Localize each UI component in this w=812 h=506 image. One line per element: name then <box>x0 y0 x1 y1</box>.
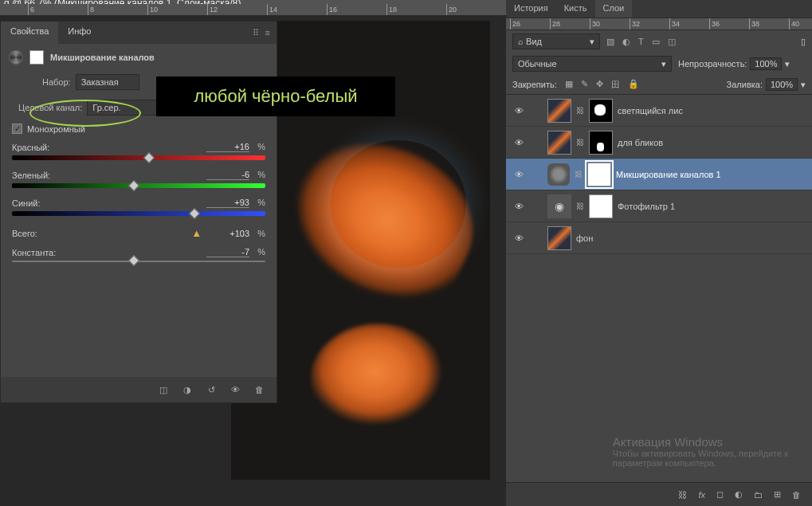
filter-smart-icon[interactable]: ◫ <box>668 37 676 47</box>
layer-style-icon[interactable]: fx <box>698 490 705 500</box>
filter-pixel-icon[interactable]: ▧ <box>606 37 614 47</box>
visibility-icon[interactable]: 👁 <box>511 106 527 116</box>
toggle-visibility-icon[interactable]: 👁 <box>229 383 241 396</box>
layer-mask-thumb[interactable] <box>589 131 613 155</box>
visibility-icon[interactable]: 👁 <box>511 202 527 211</box>
annotation-overlay: любой чёрно-белый <box>156 76 395 116</box>
preset-label: Набор: <box>42 77 71 87</box>
layer-row[interactable]: 👁 ⛓ Микширование каналов 1 <box>506 159 812 190</box>
lock-artboard-icon[interactable]: ⽥ <box>611 79 620 91</box>
layer-name[interactable]: для бликов <box>618 138 663 147</box>
layer-name[interactable]: фон <box>576 233 593 243</box>
link-icon[interactable]: ⛓ <box>576 202 584 210</box>
link-icon[interactable]: ⛓ <box>575 170 583 178</box>
green-slider[interactable] <box>12 183 265 188</box>
adjustment-layer-icon[interactable]: ◉ <box>547 194 571 218</box>
layer-thumb[interactable] <box>547 99 571 123</box>
red-value[interactable]: +16 <box>206 142 249 152</box>
tab-history[interactable]: История <box>506 0 556 18</box>
delete-adjustment-icon[interactable]: 🗑 <box>253 383 265 396</box>
reset-icon[interactable]: ↺ <box>205 383 218 396</box>
blend-mode-dropdown[interactable]: Обычные▾ <box>512 56 672 72</box>
output-channel-label: Целевой канал: <box>18 103 82 112</box>
tab-properties[interactable]: Свойства <box>1 22 58 44</box>
link-layers-icon[interactable]: ⛓ <box>678 490 687 500</box>
layer-filter-kind[interactable]: ⌕ Вид▾ <box>512 33 600 49</box>
lock-transparent-icon[interactable]: ▦ <box>565 79 573 91</box>
filter-shape-icon[interactable]: ▭ <box>652 37 660 47</box>
lock-position-icon[interactable]: ✥ <box>596 79 603 91</box>
channel-mixer-icon[interactable] <box>9 50 23 65</box>
blue-label: Синий: <box>12 198 41 208</box>
constant-label: Константа: <box>12 248 56 257</box>
delete-layer-icon[interactable]: 🗑 <box>792 490 801 500</box>
fox-image-bottom <box>311 324 446 435</box>
fill-label: Заливка: <box>727 80 763 89</box>
total-value: +103 <box>206 229 249 238</box>
lock-all-icon[interactable]: 🔒 <box>628 79 639 91</box>
filter-toggle-icon[interactable]: ▯ <box>801 37 806 47</box>
constant-value[interactable]: -7 <box>206 247 249 257</box>
red-slider[interactable] <box>12 155 265 160</box>
layer-mask-thumb[interactable] <box>589 194 613 218</box>
warning-icon: ▲ <box>191 227 202 239</box>
layer-name[interactable]: Микширование каналов 1 <box>616 170 721 179</box>
green-label: Зеленый: <box>12 171 50 180</box>
ruler-right-segment: 26 28 30 32 34 36 38 40 <box>506 18 812 30</box>
preset-dropdown[interactable]: Заказная <box>76 74 139 90</box>
right-panel: История Кисть Слои 26 28 30 32 34 36 38 … <box>506 0 812 506</box>
panel-options-icon[interactable]: ≡ <box>265 28 270 37</box>
new-layer-icon[interactable]: ⊞ <box>774 489 781 500</box>
lock-paint-icon[interactable]: ✎ <box>581 79 588 91</box>
layer-row[interactable]: 👁 ⛓ для бликов <box>506 127 812 159</box>
layer-row[interactable]: 👁 ⛓ светящийся лис <box>506 95 812 127</box>
layer-mask-thumb[interactable] <box>589 99 613 123</box>
constant-slider[interactable] <box>12 261 265 262</box>
panel-menu-icon[interactable]: ⠿ <box>253 28 259 38</box>
layer-thumb[interactable] <box>547 226 571 250</box>
opacity-label: Непрозрачность: <box>678 59 747 69</box>
link-icon[interactable]: ⛓ <box>576 138 584 147</box>
view-previous-icon[interactable]: ◑ <box>181 383 194 396</box>
blue-slider[interactable] <box>12 211 265 216</box>
tab-brush[interactable]: Кисть <box>556 0 595 18</box>
tab-info[interactable]: Инфо <box>58 22 100 44</box>
mask-icon[interactable] <box>29 50 44 65</box>
visibility-icon[interactable]: 👁 <box>511 170 527 179</box>
windows-activation-watermark: Активация Windows Чтобы активировать Win… <box>613 435 788 468</box>
visibility-icon[interactable]: 👁 <box>511 233 527 243</box>
layer-name[interactable]: Фотофильтр 1 <box>618 202 675 211</box>
lock-label: Закрепить: <box>512 80 557 89</box>
clip-to-layer-icon[interactable]: ◫ <box>157 383 170 396</box>
layer-mask-thumb[interactable] <box>587 163 611 186</box>
add-mask-icon[interactable]: ◻ <box>716 489 724 500</box>
opacity-value[interactable]: 100% <box>750 57 782 70</box>
layer-row[interactable]: 👁 фон <box>506 222 812 254</box>
new-group-icon[interactable]: 🗀 <box>754 490 763 500</box>
new-adjustment-icon[interactable]: ◐ <box>735 489 743 500</box>
layer-list: 👁 ⛓ светящийся лис 👁 ⛓ для бликов 👁 ⛓ <box>506 95 812 254</box>
monochrome-checkbox[interactable]: ✓ <box>12 124 22 134</box>
fill-value[interactable]: 100% <box>766 78 798 91</box>
blue-value[interactable]: +93 <box>206 198 249 208</box>
filter-type-icon[interactable]: T <box>638 37 644 47</box>
layer-row[interactable]: 👁 ◉ ⛓ Фотофильтр 1 <box>506 190 812 222</box>
adjustment-title: Микширование каналов <box>50 53 155 62</box>
red-label: Красный: <box>12 143 49 152</box>
layer-name[interactable]: светящийся лис <box>618 106 683 116</box>
tab-layers[interactable]: Слои <box>595 0 633 18</box>
total-label: Всего: <box>12 229 37 238</box>
visibility-icon[interactable]: 👁 <box>511 138 527 147</box>
monochrome-label: Монохромный <box>27 124 85 134</box>
filter-adjust-icon[interactable]: ◐ <box>622 37 630 47</box>
link-icon[interactable]: ⛓ <box>576 106 584 115</box>
green-value[interactable]: -6 <box>206 170 249 180</box>
adjustment-layer-icon[interactable] <box>547 163 570 186</box>
layer-thumb[interactable] <box>547 131 571 155</box>
